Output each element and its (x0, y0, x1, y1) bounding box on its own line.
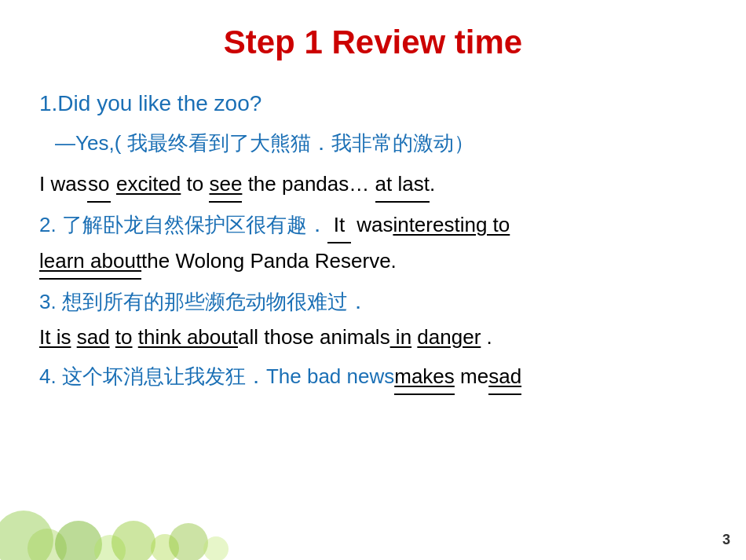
q2-word3: the Wolong Panda Reserve. (141, 249, 397, 273)
q4-block: 4. 这个坏消息让我发狂．The bad newsmakes mesad (39, 359, 707, 395)
q2-blank1: It (327, 207, 351, 243)
q2-word2: interesting to (393, 213, 510, 236)
svg-point-0 (0, 511, 53, 560)
slide-title: Step 1 Review time (39, 24, 707, 61)
content-area: 1.Did you like the zoo? —Yes,( 我最终看到了大熊猫… (39, 85, 707, 395)
q1-answer: —Yes,( 我最终看到了大熊猫．我非常的激动） (39, 126, 707, 160)
q1-english: I wasso excited to see the pandas… at la… (39, 167, 707, 203)
q1-blank3: at last (375, 167, 430, 203)
q1-chinese: 1.Did you like the zoo? (39, 85, 707, 123)
q1-word2: to (187, 172, 204, 196)
q4-chinese: 4. 这个坏消息让我发狂．The bad news (39, 364, 394, 388)
q2-line1: 2. 了解卧龙自然保护区很有趣．It wasinteresting to (39, 207, 707, 243)
q3-in: in (390, 325, 411, 349)
q3-to: to (115, 325, 133, 349)
svg-point-6 (169, 523, 208, 560)
q1-block: 1.Did you like the zoo? —Yes,( 我最终看到了大熊猫… (39, 85, 707, 203)
q2-block: 2. 了解卧龙自然保护区很有趣．It wasinteresting to lea… (39, 207, 707, 280)
decoration-svg (0, 474, 746, 560)
q3-it: It is (39, 325, 71, 349)
decorations (0, 474, 746, 560)
svg-point-5 (151, 534, 179, 560)
q2-word1: was (357, 213, 393, 236)
q3-block: 3. 想到所有的那些濒危动物很难过． It is sad to think ab… (39, 284, 707, 353)
q1-word1: excited (116, 172, 181, 196)
q4-blank2: sad (488, 359, 521, 395)
svg-point-7 (203, 536, 229, 560)
q3-chinese: 3. 想到所有的那些濒危动物很难过． (39, 284, 707, 319)
q1-blank2: see (209, 167, 242, 203)
svg-point-1 (27, 529, 67, 560)
q3-english: It is sad to think aboutall those animal… (39, 320, 707, 354)
q4-word1: me (460, 364, 488, 388)
q3-danger: danger (417, 325, 481, 349)
q2-chinese: 2. 了解卧龙自然保护区很有趣． (39, 213, 327, 236)
svg-point-4 (112, 521, 155, 560)
q4-blank1: makes (394, 359, 455, 395)
page-number: 3 (722, 532, 730, 548)
q2-line2: learn aboutthe Wolong Panda Reserve. (39, 243, 707, 280)
svg-point-2 (55, 521, 102, 560)
q1-suffix: the pandas… (248, 172, 370, 196)
q1-prefix: I was (39, 172, 87, 196)
q2-blank2: learn about (39, 243, 141, 280)
q3-sad: sad (77, 325, 110, 349)
q3-think: think about (138, 325, 238, 349)
q1-period: . (430, 172, 435, 196)
q3-all: all those animals (238, 325, 390, 349)
slide: Step 1 Review time 1.Did you like the zo… (0, 0, 746, 560)
q4-line: 4. 这个坏消息让我发狂．The bad newsmakes mesad (39, 359, 707, 395)
svg-point-3 (94, 535, 126, 560)
q1-blank1: so (87, 167, 111, 203)
